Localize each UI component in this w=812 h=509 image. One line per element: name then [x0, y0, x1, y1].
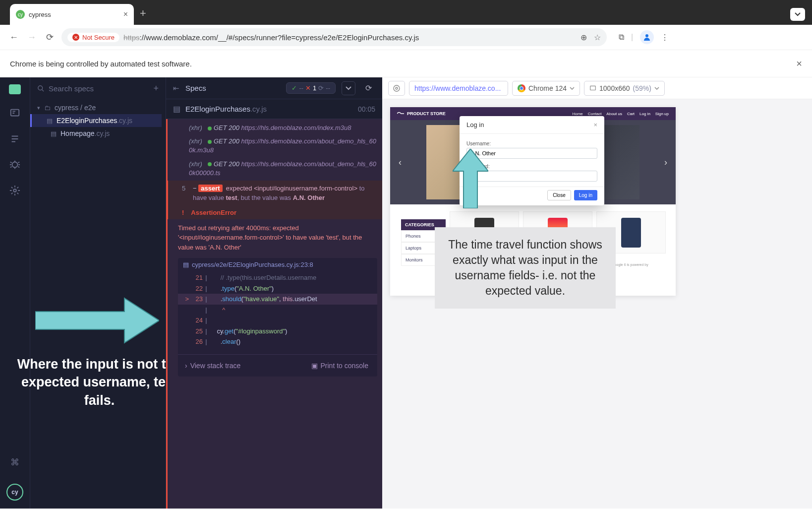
nav-link[interactable]: Sign up [655, 112, 669, 116]
nav-link[interactable]: Log in [639, 112, 650, 116]
keyboard-icon[interactable]: ⌘ [10, 457, 19, 468]
phone-image-icon [621, 218, 641, 248]
svg-point-6 [396, 87, 398, 89]
settings-nav-icon[interactable] [8, 184, 22, 197]
svg-point-5 [394, 85, 400, 91]
url-action-icons: ⊕ ☆ [580, 33, 601, 42]
new-tab-button[interactable]: + [140, 7, 146, 20]
tab-bar: cy cypress × + [0, 0, 812, 25]
automation-info-bar: Chrome is being controlled by automated … [0, 50, 812, 77]
profile-avatar[interactable] [640, 30, 654, 44]
spec-file-row[interactable]: ▤ E2EloginPurchases.cy.js [30, 114, 162, 127]
nav-link[interactable]: Cart [627, 112, 635, 116]
pass-count: -- [299, 84, 303, 92]
tab-title: cypress [29, 11, 119, 18]
status-dot-icon [208, 162, 212, 166]
spec-file-row[interactable]: ▤ Homepage.cy.js [34, 127, 162, 140]
preview-stage: PRODUCT STORE Home Contact About us Cart… [382, 99, 812, 509]
view-stack-trace-link[interactable]: › View stack trace [185, 362, 240, 370]
nav-link[interactable]: Home [572, 112, 582, 116]
viewport-select[interactable]: 1000x660 (59%) [584, 81, 665, 96]
search-input[interactable]: Search specs [37, 84, 148, 93]
carousel-prev-icon[interactable]: ‹ [394, 156, 406, 168]
all-tabs-button[interactable] [790, 8, 805, 21]
close-icon[interactable]: × [123, 10, 128, 19]
url-field[interactable]: ✕ Not Secure https://www.demoblaze.com/_… [61, 28, 607, 46]
modal-close-button[interactable]: Close [547, 190, 571, 200]
svg-point-0 [645, 34, 648, 37]
pending-count: -- [326, 84, 330, 92]
zoom-icon[interactable]: ⊕ [580, 33, 587, 42]
specs-nav-icon[interactable] [9, 84, 21, 94]
fail-icon: ✕ [305, 84, 311, 92]
cypress-logo-icon[interactable]: cy [6, 484, 23, 501]
site-logo[interactable]: PRODUCT STORE [397, 111, 446, 116]
print-console-link[interactable]: ▣ Print to console [311, 362, 369, 370]
folder-name: cypress / e2e [55, 104, 96, 112]
username-label: Username: [466, 141, 597, 146]
annotation-arrow-right-icon [35, 296, 159, 345]
address-bar: ← → ⟳ ✕ Not Secure https://www.demoblaze… [0, 25, 812, 50]
xhr-log-row[interactable]: (xhr) GET 200 https://hls.demoblaze.com/… [171, 122, 382, 135]
assert-log-row[interactable]: 5 − assert expected <input#loginusername… [166, 181, 382, 206]
security-pill[interactable]: ✕ Not Secure [67, 33, 119, 42]
debug-nav-icon[interactable] [8, 132, 22, 146]
modal-close-icon[interactable]: × [593, 121, 597, 128]
status-dot-icon [208, 127, 212, 130]
selector-playground-button[interactable] [388, 81, 405, 96]
folder-icon: 🗀 [44, 104, 51, 112]
folder-row[interactable]: ▾ 🗀 cypress / e2e [34, 101, 162, 114]
frame-path[interactable]: ▤ cypress/e2e/E2EloginPurchases.cy.js:23… [178, 258, 377, 271]
xhr-log-row[interactable]: (xhr) GET 200 https://hls.demoblaze.com/… [171, 158, 382, 181]
logo-icon [397, 111, 404, 116]
close-icon[interactable]: × [796, 58, 802, 69]
running-spec-ext: .cy.js [250, 105, 267, 113]
cypress-favicon-icon: cy [16, 10, 25, 19]
specs-tab[interactable]: Specs [185, 84, 206, 92]
fail-count: 1 [313, 84, 316, 92]
menu-icon[interactable]: ⋮ [661, 33, 669, 42]
modal-login-button[interactable]: Log in [574, 190, 597, 200]
bug-nav-icon[interactable] [8, 158, 22, 172]
search-icon [37, 85, 45, 92]
chevron-down-icon [570, 87, 575, 90]
spec-file-name: Homepage [60, 129, 95, 137]
forward-button: → [26, 31, 38, 43]
new-spec-button[interactable]: + [153, 83, 159, 94]
reload-button[interactable]: ⟳ [361, 81, 375, 95]
error-message: Timed out retrying after 4000ms: expecte… [171, 219, 382, 256]
carousel-next-icon[interactable]: › [660, 156, 672, 168]
preview-toolbar: https://www.demoblaze.co... Chrome 124 1… [382, 77, 812, 99]
info-bar-text: Chrome is being controlled by automated … [10, 60, 192, 68]
reload-button[interactable]: ⟳ [44, 31, 56, 43]
annotation-caption-left: Where the input is not the expected user… [16, 355, 182, 409]
profile-icons: ⧉ | ⋮ [619, 30, 669, 44]
person-icon [643, 33, 651, 41]
svg-rect-7 [590, 86, 596, 90]
nav-link[interactable]: Contact [588, 112, 602, 116]
error-name: AssertionError [191, 209, 236, 216]
nav-link[interactable]: About us [606, 112, 622, 116]
not-secure-icon: ✕ [72, 34, 79, 41]
spec-title-bar: ▤ E2EloginPurchases.cy.js 00:05 [166, 99, 382, 119]
spec-file-name: E2EloginPurchases [57, 117, 117, 125]
search-placeholder: Search specs [49, 84, 94, 93]
url-text: https://www.demoblaze.com/__/#/specs/run… [123, 33, 419, 42]
star-icon[interactable]: ☆ [594, 33, 601, 42]
xhr-log-row[interactable]: (xhr) GET 200 https://hls.demoblaze.com/… [171, 135, 382, 158]
icon-rail: ⌘ cy [0, 77, 30, 509]
browser-tab[interactable]: cy cypress × [10, 4, 134, 25]
collapse-icon[interactable]: ⇤ [173, 84, 179, 93]
preview-url-field[interactable]: https://www.demoblaze.co... [409, 81, 508, 96]
error-log-row[interactable]: ! AssertionError [166, 206, 382, 219]
runs-nav-icon[interactable] [8, 106, 22, 120]
browser-select[interactable]: Chrome 124 [512, 81, 580, 96]
modal-title: Log in [466, 121, 484, 128]
chevron-down-icon[interactable] [342, 81, 355, 95]
browser-chrome: cy cypress × + ← → ⟳ ✕ Not Secure https:… [0, 0, 812, 50]
running-spec-name: E2EloginPurchases [185, 105, 250, 113]
annotation-caption-right: The time travel function shows exactly w… [435, 227, 616, 309]
spec-tree-panel: Search specs + ▾ 🗀 cypress / e2e ▤ E2Elo… [30, 77, 166, 509]
extensions-icon[interactable]: ⧉ [619, 33, 624, 42]
back-button[interactable]: ← [8, 31, 20, 43]
